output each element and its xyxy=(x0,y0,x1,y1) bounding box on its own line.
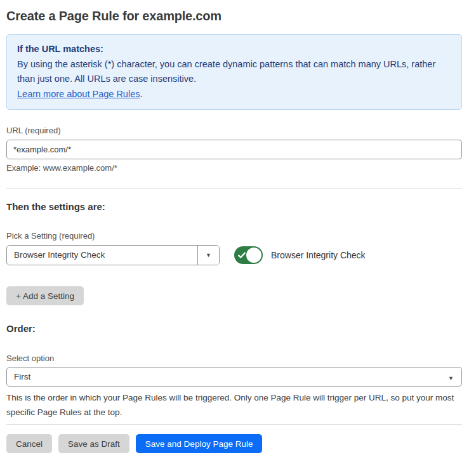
setting-picker-value: Browser Integrity Check xyxy=(7,246,197,265)
setting-toggle-label: Browser Integrity Check xyxy=(271,250,366,260)
page-title: Create a Page Rule for example.com xyxy=(6,9,462,23)
order-section-heading: Order: xyxy=(6,323,462,334)
setting-toggle[interactable] xyxy=(234,246,263,264)
url-input[interactable] xyxy=(6,140,462,159)
page-rule-form: Create a Page Rule for example.com If th… xyxy=(0,0,476,453)
setting-picker-arrow-button[interactable]: ▼ xyxy=(197,246,219,265)
order-select[interactable]: First ▼ xyxy=(6,367,462,387)
learn-more-link[interactable]: Learn more about Page Rules xyxy=(17,89,140,99)
save-as-draft-button[interactable]: Save as Draft xyxy=(58,434,129,453)
url-field-label: URL (required) xyxy=(6,126,462,135)
url-field-helper: Example: www.example.com/* xyxy=(6,163,462,173)
footer-buttons: Cancel Save as Draft Save and Deploy Pag… xyxy=(6,434,462,453)
order-helper-text: This is the order in which your Page Rul… xyxy=(6,390,458,420)
order-select-value: First xyxy=(7,372,448,381)
section-divider-bottom xyxy=(6,424,462,425)
settings-section-heading: Then the settings are: xyxy=(6,201,462,212)
link-suffix: . xyxy=(140,89,142,99)
chevron-down-icon: ▼ xyxy=(206,253,211,258)
order-select-label: Select option xyxy=(6,354,462,363)
check-icon xyxy=(237,251,246,260)
info-box-link-line: Learn more about Page Rules. xyxy=(17,87,451,102)
save-and-deploy-button[interactable]: Save and Deploy Page Rule xyxy=(136,434,263,453)
setting-row: Browser Integrity Check ▼ Browser Integr… xyxy=(6,245,462,265)
add-setting-button[interactable]: + Add a Setting xyxy=(6,286,84,305)
url-match-info-box: If the URL matches: By using the asteris… xyxy=(6,34,462,110)
section-divider-top xyxy=(6,188,462,189)
chevron-down-icon: ▼ xyxy=(448,371,461,383)
toggle-knob xyxy=(246,248,261,263)
setting-picker-dropdown[interactable]: Browser Integrity Check ▼ xyxy=(6,245,220,265)
info-box-heading: If the URL matches: xyxy=(17,42,451,57)
info-box-body: By using the asterisk (*) character, you… xyxy=(17,57,451,87)
cancel-button[interactable]: Cancel xyxy=(6,434,52,453)
setting-picker-label: Pick a Setting (required) xyxy=(6,231,462,241)
